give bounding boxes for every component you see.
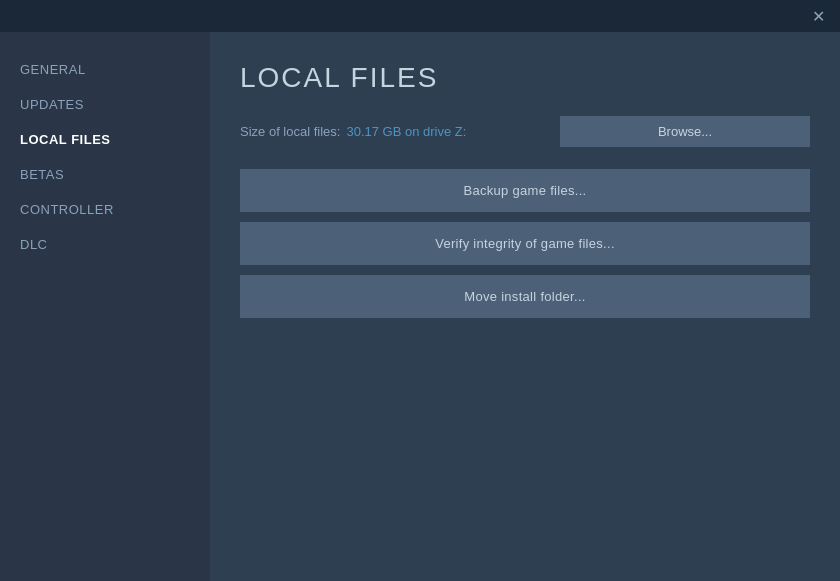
sidebar-item-general[interactable]: GENERAL bbox=[0, 52, 210, 87]
dialog: ✕ GENERAL UPDATES LOCAL FILES BETAS CONT… bbox=[0, 0, 840, 581]
sidebar-item-dlc[interactable]: DLC bbox=[0, 227, 210, 262]
page-title: LOCAL FILES bbox=[240, 62, 810, 94]
file-size-row: Size of local files: 30.17 GB on drive Z… bbox=[240, 116, 810, 147]
file-size-label: Size of local files: bbox=[240, 124, 340, 139]
title-bar: ✕ bbox=[0, 0, 840, 32]
file-size-value: 30.17 GB on drive Z: bbox=[346, 124, 466, 139]
backup-button[interactable]: Backup game files... bbox=[240, 169, 810, 212]
sidebar: GENERAL UPDATES LOCAL FILES BETAS CONTRO… bbox=[0, 32, 210, 581]
sidebar-item-updates[interactable]: UPDATES bbox=[0, 87, 210, 122]
action-buttons-section: Backup game files... Verify integrity of… bbox=[240, 169, 810, 328]
content-area: GENERAL UPDATES LOCAL FILES BETAS CONTRO… bbox=[0, 32, 840, 581]
verify-button[interactable]: Verify integrity of game files... bbox=[240, 222, 810, 265]
sidebar-item-betas[interactable]: BETAS bbox=[0, 157, 210, 192]
main-content: LOCAL FILES Size of local files: 30.17 G… bbox=[210, 32, 840, 581]
sidebar-item-controller[interactable]: CONTROLLER bbox=[0, 192, 210, 227]
sidebar-item-local-files[interactable]: LOCAL FILES bbox=[0, 122, 210, 157]
browse-button[interactable]: Browse... bbox=[560, 116, 810, 147]
move-button[interactable]: Move install folder... bbox=[240, 275, 810, 318]
close-button[interactable]: ✕ bbox=[796, 0, 840, 32]
